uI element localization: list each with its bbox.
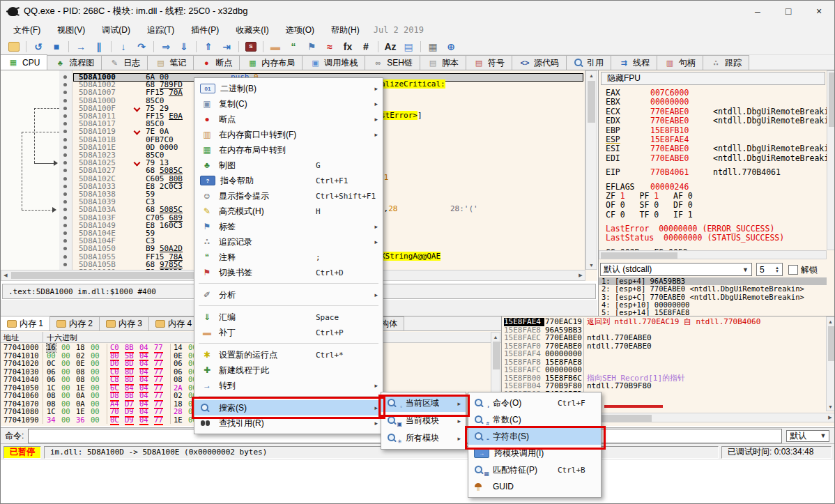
tab-seh[interactable]: ∞SEH链 [365,55,420,70]
breakpoint-gutter[interactable] [59,70,72,270]
menu-item-patch[interactable]: ▬补丁Ctrl+P [194,325,383,340]
tab-log[interactable]: ✎日志 [101,55,148,70]
tab-memory-map[interactable]: ▦内存布局 [239,55,302,70]
run-trace-icon[interactable]: ⇒ [157,40,175,54]
dump-tab-dump-4[interactable]: 内存 4 [148,316,199,330]
breakpoint-dot[interactable] [63,177,67,181]
menu-item-search[interactable]: 搜索(S)▸ [194,400,383,415]
breakpoint-dot[interactable] [63,231,67,235]
breakpoint-dot[interactable] [63,122,67,125]
breakpoint-dot[interactable] [63,208,67,211]
hide-fpu-button[interactable]: 隐藏FPU [601,72,825,85]
breakpoint-dot[interactable] [63,99,67,102]
register-row[interactable]: EAX007C6000 [606,89,826,98]
menu-item-command[interactable]: ›命令(O)Ctrl+F [468,395,601,411]
menubar-item-5[interactable]: 收藏夹(I) [229,23,275,37]
menu-item-breakpoint[interactable]: ●断点▸ [194,112,383,127]
register-row[interactable]: LastError 00000000 (ERROR_SUCCESS) [606,224,826,234]
stack-row[interactable]: 15E8FAFC00000000 [502,366,835,374]
disasm-vscrollbar[interactable]: ▲ ▼ [585,70,597,270]
tab-source[interactable]: <>源代码 [512,55,567,70]
breakpoint-dot[interactable] [63,200,67,204]
breakpoint-dot[interactable] [63,255,67,259]
menubar-item-2[interactable]: 调试(D) [95,23,137,37]
stack-row[interactable]: 15E8FAEC770EABE0ntdll.770EABE0 [502,334,835,342]
strings-icon[interactable]: Az [381,40,399,54]
register-row[interactable]: CF 0 TF 0 IF 1 [606,211,826,220]
menu-item-follow-in-memory-map[interactable]: ▦在内存布局中转到 [194,142,383,158]
breakpoint-dot[interactable] [63,107,67,110]
menu-item-constant[interactable]: #常数(C) [468,411,601,428]
maximize-button[interactable]: □ [773,1,804,22]
register-row[interactable]: OF 0 SF 0 DF 0 [606,201,826,210]
registers-vscrollbar[interactable] [827,70,835,250]
restart-icon[interactable]: ↺ [29,40,47,54]
menu-item-comment[interactable]: “注释; [194,250,383,265]
argument-depth-stepper[interactable]: 5 ▲▼ [756,263,783,276]
menu-item-pattern[interactable]: ▦匹配特征(P)Ctrl+B [468,461,601,478]
minimize-button[interactable]: – [742,1,773,22]
menu-item-find-references[interactable]: 查找引用(R)▸ [194,415,383,431]
menu-item-copy[interactable]: ▣复制(C)▸ [194,96,383,112]
stop-icon[interactable]: ■ [47,40,66,54]
pause-icon[interactable]: ∥ [90,40,108,54]
menu-item-graph[interactable]: ♣制图G [194,158,383,173]
breakpoints-icon[interactable]: ≈ [321,40,339,54]
breakpoint-dot[interactable] [63,169,67,172]
tab-call-stack[interactable]: ▣调用堆栈 [302,55,365,70]
register-row[interactable]: EFLAGS00000246 [606,183,826,192]
menu-item-current-region[interactable]: ▫当前区域▸ [381,395,466,412]
open-folder-icon[interactable] [5,40,23,54]
globe-icon[interactable]: ⊕ [442,40,460,54]
tab-notes[interactable]: ▤笔记 [147,55,194,70]
close-button[interactable]: × [804,1,834,22]
hash-icon[interactable]: # [357,40,375,54]
breakpoint-dot[interactable] [63,247,67,250]
menubar-item-4[interactable]: 插件(P) [184,23,226,37]
tab-trace[interactable]: ∴跟踪 [703,55,749,70]
menu-item-toggle-bookmark[interactable]: ⚑切换书签Ctrl+D [194,265,383,280]
breakpoint-dot[interactable] [63,146,67,149]
menu-item-label[interactable]: ⚑标签▸ [194,219,383,234]
breakpoint-dot[interactable] [63,192,67,196]
menubar-item-0[interactable]: 文件(F) [6,23,47,37]
breakpoint-dot[interactable] [63,263,67,266]
breakpoint-dot[interactable] [63,91,67,94]
dump-tab-dump-3[interactable]: 内存 3 [99,316,149,330]
breakpoint-dot[interactable] [63,114,67,118]
breakpoint-dot[interactable] [63,130,67,133]
register-row[interactable]: ESP15E8FAE4 [606,135,826,144]
breakpoint-dot[interactable] [63,75,67,79]
patches-icon[interactable]: ▬ [266,40,284,54]
menu-item-goto[interactable]: →转到▸ [194,378,383,393]
stack-row[interactable]: 15E8FAF400000000 [502,350,835,358]
menu-item-binary[interactable]: 01二进制(B)▸ [194,81,383,96]
registers-hscrollbar[interactable] [599,250,827,259]
register-row[interactable]: EIP770B4061ntdll.770B4061 [606,168,826,177]
calling-convention-select[interactable]: 默认 (stdcall)▼ [600,263,752,276]
run-icon[interactable]: → [72,40,90,54]
menu-item-string-references[interactable]: “字符串(S) [468,428,601,445]
dump-tab-dump-2[interactable]: 内存 2 [49,316,100,330]
menubar-item-6[interactable]: 选项(O) [279,23,321,37]
labels-icon[interactable]: ⚑ [302,40,321,54]
breakpoint-dot[interactable] [63,185,67,188]
register-row[interactable]: EDI770EABE0<ntdll.DbgUiRemoteBreakin> [606,154,826,163]
register-row[interactable]: ESI770EABE0<ntdll.DbgUiRemoteBreakin> [606,144,826,153]
step-into-icon[interactable]: ↓ [114,40,132,54]
tab-graph[interactable]: ♣流程图 [47,55,102,70]
menu-item-current-module[interactable]: ▣当前模块▸ [381,412,466,429]
menu-item-all-modules[interactable]: ✳所有模块▸ [381,429,466,447]
tab-symbols[interactable]: ▤符号 [466,55,512,70]
register-row[interactable]: ZF 1 PF 1 AF 0 [606,192,826,201]
menu-item-assemble[interactable]: ⇓汇编Space [194,310,383,325]
breakpoint-dot[interactable] [63,138,67,142]
breakpoint-dot[interactable] [63,83,67,86]
register-row[interactable]: LastStatus 00000000 (STATUS_SUCCESS) [606,234,826,243]
calculator-icon[interactable]: ▦ [424,40,442,54]
menu-item-analysis[interactable]: ✐分析▸ [194,287,383,303]
register-row[interactable]: EDX770EABE0<ntdll.DbgUiRemoteBreakin> [606,116,826,125]
tab-handles[interactable]: ▥句柄 [657,55,703,70]
register-row[interactable]: EBP15E8FB10 [606,126,826,135]
menubar-item-1[interactable]: 视图(V) [50,23,92,37]
